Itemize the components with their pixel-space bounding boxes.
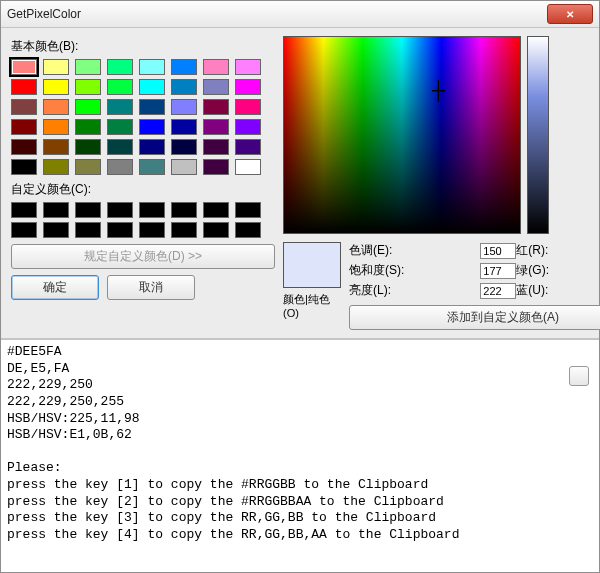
- basic-swatch[interactable]: [203, 79, 229, 95]
- basic-swatch[interactable]: [139, 159, 165, 175]
- basic-swatch[interactable]: [235, 79, 261, 95]
- custom-swatch[interactable]: [107, 222, 133, 238]
- custom-swatch[interactable]: [11, 202, 37, 218]
- hue-input[interactable]: [480, 243, 516, 259]
- hue-label: 色调(E):: [349, 242, 476, 259]
- basic-swatch[interactable]: [235, 139, 261, 155]
- custom-swatch[interactable]: [171, 202, 197, 218]
- sat-label: 饱和度(S):: [349, 262, 476, 279]
- lum-input[interactable]: [480, 283, 516, 299]
- basic-swatch[interactable]: [11, 79, 37, 95]
- field-cursor-icon: ┼: [432, 87, 444, 99]
- window-title: GetPixelColor: [7, 7, 81, 21]
- color-values-row: 颜色|纯色(O) 色调(E): 红(R): 饱和度(S): 绿(G):: [283, 242, 600, 330]
- custom-swatch[interactable]: [75, 202, 101, 218]
- custom-swatch[interactable]: [75, 222, 101, 238]
- custom-swatch[interactable]: [235, 202, 261, 218]
- basic-swatch[interactable]: [43, 119, 69, 135]
- lum-label: 亮度(L):: [349, 282, 476, 299]
- close-icon: ✕: [566, 9, 574, 20]
- basic-color-grid: [11, 59, 273, 175]
- custom-swatch[interactable]: [43, 222, 69, 238]
- right-column: ┼ 颜色|纯色(O) 色调(E): 红(R):: [283, 36, 600, 330]
- basic-swatch[interactable]: [75, 119, 101, 135]
- cancel-button[interactable]: 取消: [107, 275, 195, 300]
- basic-swatch[interactable]: [203, 159, 229, 175]
- color-solid-label: 颜色|纯色(O): [283, 292, 341, 319]
- basic-swatch[interactable]: [203, 99, 229, 115]
- custom-swatch[interactable]: [235, 222, 261, 238]
- color-preview: [283, 242, 341, 288]
- numeric-grid: 色调(E): 红(R): 饱和度(S): 绿(G): 亮度(L): 蓝(U):: [349, 242, 600, 299]
- custom-color-grid: [11, 202, 273, 238]
- basic-swatch[interactable]: [139, 139, 165, 155]
- basic-swatch[interactable]: [75, 159, 101, 175]
- custom-swatch[interactable]: [107, 202, 133, 218]
- basic-swatch[interactable]: [235, 99, 261, 115]
- custom-swatch[interactable]: [11, 222, 37, 238]
- basic-swatch[interactable]: [139, 79, 165, 95]
- custom-swatch[interactable]: [203, 222, 229, 238]
- basic-swatch[interactable]: [11, 59, 37, 75]
- basic-swatch[interactable]: [171, 99, 197, 115]
- basic-swatch[interactable]: [171, 79, 197, 95]
- left-column: 基本颜色(B): 自定义颜色(C): 规定自定义颜色(D) >> 确定 取消: [11, 36, 273, 330]
- basic-swatch[interactable]: [43, 59, 69, 75]
- basic-swatch[interactable]: [171, 119, 197, 135]
- basic-swatch[interactable]: [203, 139, 229, 155]
- basic-swatch[interactable]: [75, 99, 101, 115]
- basic-swatch[interactable]: [11, 159, 37, 175]
- basic-swatch[interactable]: [43, 139, 69, 155]
- basic-swatch[interactable]: [203, 59, 229, 75]
- basic-swatch[interactable]: [235, 59, 261, 75]
- upper-row: 基本颜色(B): 自定义颜色(C): 规定自定义颜色(D) >> 确定 取消 ┼: [11, 36, 589, 330]
- add-to-custom-button[interactable]: 添加到自定义颜色(A): [349, 305, 600, 330]
- basic-swatch[interactable]: [11, 99, 37, 115]
- basic-swatch[interactable]: [203, 119, 229, 135]
- close-button[interactable]: ✕: [547, 4, 593, 24]
- color-field[interactable]: ┼: [283, 36, 521, 234]
- basic-swatch[interactable]: [171, 59, 197, 75]
- blue-label: 蓝(U):: [516, 282, 600, 299]
- red-label: 红(R):: [516, 242, 600, 259]
- green-label: 绿(G):: [516, 262, 600, 279]
- custom-swatch[interactable]: [139, 222, 165, 238]
- basic-swatch[interactable]: [43, 159, 69, 175]
- basic-swatch[interactable]: [75, 139, 101, 155]
- custom-swatch[interactable]: [43, 202, 69, 218]
- basic-swatch[interactable]: [107, 79, 133, 95]
- dialog-body: 基本颜色(B): 自定义颜色(C): 规定自定义颜色(D) >> 确定 取消 ┼: [1, 28, 599, 339]
- basic-swatch[interactable]: [11, 119, 37, 135]
- basic-swatch[interactable]: [171, 159, 197, 175]
- sat-input[interactable]: [480, 263, 516, 279]
- basic-swatch[interactable]: [107, 159, 133, 175]
- basic-swatch[interactable]: [107, 119, 133, 135]
- basic-swatch[interactable]: [107, 99, 133, 115]
- basic-swatch[interactable]: [43, 99, 69, 115]
- basic-swatch[interactable]: [171, 139, 197, 155]
- custom-swatch[interactable]: [203, 202, 229, 218]
- basic-swatch[interactable]: [43, 79, 69, 95]
- output-textarea[interactable]: #DEE5FA DE,E5,FA 222,229,250 222,229,250…: [1, 339, 599, 572]
- basic-swatch[interactable]: [139, 119, 165, 135]
- basic-swatch[interactable]: [139, 99, 165, 115]
- ok-button[interactable]: 确定: [11, 275, 99, 300]
- basic-swatch[interactable]: [235, 159, 261, 175]
- basic-swatch[interactable]: [139, 59, 165, 75]
- titlebar: GetPixelColor ✕: [1, 1, 599, 28]
- basic-swatch[interactable]: [11, 139, 37, 155]
- basic-swatch[interactable]: [235, 119, 261, 135]
- basic-colors-label: 基本颜色(B):: [11, 38, 273, 55]
- basic-swatch[interactable]: [75, 79, 101, 95]
- custom-swatch[interactable]: [139, 202, 165, 218]
- custom-colors-label: 自定义颜色(C):: [11, 181, 273, 198]
- luminance-slider[interactable]: [527, 36, 549, 234]
- copy-button[interactable]: [569, 366, 589, 386]
- define-custom-button[interactable]: 规定自定义颜色(D) >>: [11, 244, 275, 269]
- basic-swatch[interactable]: [107, 59, 133, 75]
- custom-swatch[interactable]: [171, 222, 197, 238]
- color-dialog-window: GetPixelColor ✕ 基本颜色(B): 自定义颜色(C): 规定自定义…: [0, 0, 600, 573]
- basic-swatch[interactable]: [75, 59, 101, 75]
- basic-swatch[interactable]: [107, 139, 133, 155]
- preview-wrap: 颜色|纯色(O): [283, 242, 341, 319]
